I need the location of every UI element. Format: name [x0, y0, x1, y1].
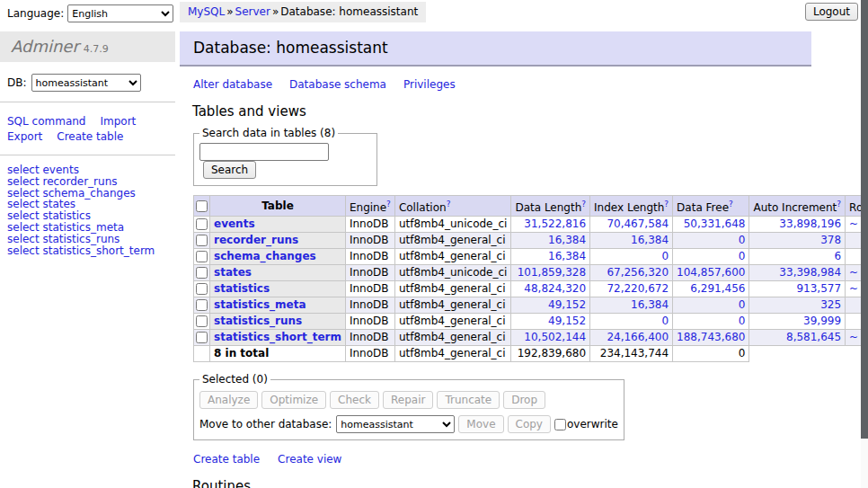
- data-free-cell-link[interactable]: 50,331,648: [684, 217, 746, 230]
- search-button[interactable]: Search: [203, 161, 256, 179]
- help-sup: ?: [581, 199, 586, 209]
- help-link[interactable]: ?: [447, 200, 451, 209]
- data-length-cell-link[interactable]: 101,859,328: [518, 266, 586, 279]
- alter-database-link[interactable]: Alter database: [193, 78, 272, 91]
- db-selector-row: DB:homeassistant: [0, 62, 175, 102]
- table-name-link[interactable]: statistics_runs: [214, 315, 302, 327]
- breadcrumb-link-server[interactable]: Server: [235, 5, 270, 18]
- row-checkbox[interactable]: [196, 251, 208, 262]
- index-length-cell-link[interactable]: 16,384: [631, 234, 669, 246]
- drop-button[interactable]: Drop: [503, 391, 545, 409]
- data-length-cell-link[interactable]: 16,384: [548, 234, 586, 246]
- auto-increment-cell-link[interactable]: 913,577: [796, 282, 841, 295]
- sidebar-import-link[interactable]: Import: [100, 114, 136, 129]
- move-db-select[interactable]: homeassistant: [336, 415, 455, 433]
- breadcrumb: MySQL»Server»Database: homeassistant: [180, 2, 426, 22]
- table-name-cell: states: [210, 265, 346, 281]
- language-select[interactable]: English: [67, 4, 173, 22]
- auto-increment-cell-link[interactable]: 6: [834, 250, 841, 262]
- index-length-cell-link[interactable]: 72,220,672: [607, 282, 669, 295]
- database-schema-link[interactable]: Database schema: [289, 78, 386, 91]
- data-length-cell-link[interactable]: 10,502,144: [524, 331, 586, 343]
- data-free-cell-link[interactable]: 0: [739, 315, 746, 327]
- scrollbar-thumb[interactable]: [861, 0, 868, 439]
- help-sup: ?: [729, 199, 733, 209]
- data-length-cell-link[interactable]: 16,384: [548, 250, 586, 262]
- table-name-link[interactable]: statistics: [214, 282, 270, 295]
- table-name-link[interactable]: recorder_runs: [214, 234, 298, 246]
- data-free-cell-link[interactable]: 0: [739, 298, 746, 311]
- table-name-link[interactable]: statistics_short_term: [214, 331, 341, 343]
- data-length-cell: 101,859,328: [511, 265, 590, 281]
- vertical-scrollbar[interactable]: [861, 0, 868, 488]
- table-name-link[interactable]: schema_changes: [214, 250, 316, 262]
- data-length-cell-link[interactable]: 49,152: [548, 315, 586, 327]
- table-name-link[interactable]: events: [214, 217, 255, 230]
- search-input[interactable]: [199, 143, 329, 161]
- index-length-cell-link[interactable]: 0: [661, 250, 669, 262]
- data-free-cell-link[interactable]: 104,857,600: [677, 266, 745, 279]
- row-checkbox[interactable]: [196, 283, 208, 295]
- help-link[interactable]: ?: [581, 200, 586, 209]
- truncate-button[interactable]: Truncate: [437, 391, 500, 409]
- tables-overview: TableEngine?Collation?Data Length?Index …: [193, 195, 868, 362]
- sidebar-export-link[interactable]: Export: [7, 129, 42, 145]
- data-free-cell-link[interactable]: 0: [739, 250, 746, 262]
- help-link[interactable]: ?: [837, 200, 841, 209]
- total-index-length-cell: 234,143,744: [590, 346, 673, 362]
- auto-increment-cell-link[interactable]: 33,398,984: [779, 266, 841, 279]
- row-checkbox[interactable]: [196, 332, 208, 343]
- data-free-cell-link[interactable]: 0: [739, 234, 746, 246]
- help-link[interactable]: ?: [729, 200, 733, 209]
- data-length-cell-link[interactable]: 31,522,816: [524, 217, 586, 230]
- check-button[interactable]: Check: [330, 391, 379, 409]
- sidebar-select-link[interactable]: select statistics_short_term: [7, 244, 155, 257]
- row-checkbox[interactable]: [196, 235, 208, 246]
- move-label: Move to other database:: [199, 418, 332, 430]
- table-name-link[interactable]: states: [214, 266, 252, 279]
- row-checkbox[interactable]: [196, 299, 208, 311]
- data-length-cell-link[interactable]: 48,824,320: [524, 282, 586, 295]
- sidebar-create-table-link[interactable]: Create table: [57, 129, 123, 145]
- auto-increment-cell-link[interactable]: 378: [820, 234, 841, 246]
- privileges-link[interactable]: Privileges: [403, 78, 456, 91]
- data-free-cell-link[interactable]: 6,291,456: [690, 282, 745, 295]
- breadcrumb-link-mysql[interactable]: MySQL: [188, 5, 225, 18]
- move-button[interactable]: Move: [458, 415, 503, 433]
- row-checkbox[interactable]: [196, 315, 208, 327]
- move-row: Move to other database:homeassistantMove…: [199, 415, 618, 433]
- index-length-cell-link[interactable]: 70,467,584: [607, 217, 669, 230]
- row-checkbox[interactable]: [196, 218, 208, 230]
- data-length-cell-link[interactable]: 49,152: [548, 298, 586, 311]
- copy-button[interactable]: Copy: [508, 415, 551, 433]
- auto-increment-cell-link[interactable]: 39,999: [803, 315, 841, 327]
- auto-increment-cell-link[interactable]: 325: [820, 298, 841, 311]
- row-checkbox-cell: [194, 297, 210, 314]
- overwrite-checkbox[interactable]: [554, 419, 566, 430]
- create-table-link[interactable]: Create table: [193, 453, 260, 466]
- help-sup: ?: [386, 199, 391, 209]
- index-length-cell-link[interactable]: 24,166,400: [607, 331, 669, 343]
- repair-button[interactable]: Repair: [383, 391, 433, 409]
- optimize-button[interactable]: Optimize: [261, 391, 326, 409]
- auto-increment-cell-link[interactable]: 33,898,196: [779, 217, 841, 230]
- db-label: DB:: [7, 76, 27, 89]
- row-checkbox[interactable]: [196, 267, 208, 279]
- data-length-cell: 49,152: [511, 314, 590, 330]
- help-link[interactable]: ?: [664, 200, 669, 209]
- index-length-cell-link[interactable]: 0: [661, 315, 669, 327]
- data-free-cell: 0: [673, 314, 749, 330]
- logout-button[interactable]: Logout: [805, 3, 858, 21]
- index-length-cell-link[interactable]: 67,256,320: [607, 266, 669, 279]
- table-name-link[interactable]: statistics_meta: [214, 298, 306, 311]
- data-free-cell-link[interactable]: 188,743,680: [677, 331, 745, 343]
- auto-increment-cell-link[interactable]: 8,581,645: [786, 331, 841, 343]
- create-view-link[interactable]: Create view: [278, 453, 341, 466]
- index-length-cell-link[interactable]: 16,384: [631, 298, 669, 311]
- sidebar-sql-command-link[interactable]: SQL command: [7, 114, 85, 129]
- help-link[interactable]: ?: [386, 200, 391, 209]
- db-select[interactable]: homeassistant: [31, 74, 141, 92]
- version-link[interactable]: 4.7.9: [84, 43, 109, 55]
- select-all-checkbox[interactable]: [196, 200, 208, 212]
- analyze-button[interactable]: Analyze: [199, 391, 258, 409]
